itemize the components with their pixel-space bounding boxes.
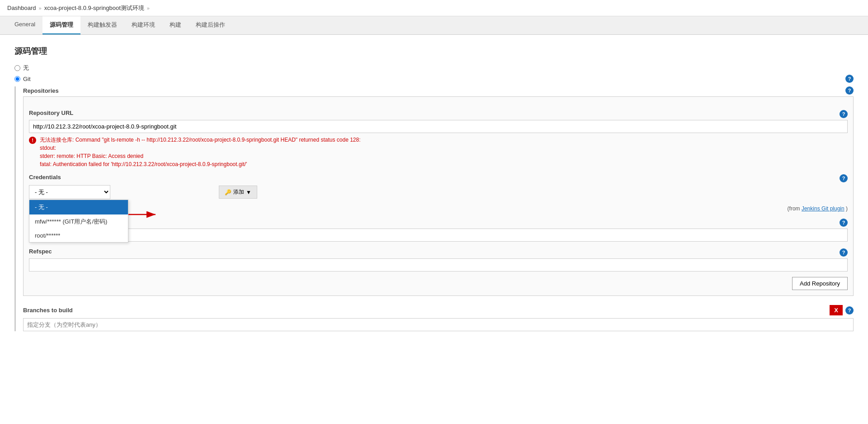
- radio-none[interactable]: [14, 65, 20, 71]
- name-field: Name ?: [29, 218, 848, 242]
- add-repository-row: Add Repository: [29, 277, 848, 290]
- repo-url-input[interactable]: [29, 120, 848, 133]
- radio-none-row: 无: [14, 64, 854, 72]
- hint-row: sources. (from Jenkins Git plugin ): [29, 203, 848, 212]
- add-credentials-btn[interactable]: 🔑 添加 ▼: [219, 186, 257, 199]
- branches-help-icon[interactable]: ?: [845, 306, 854, 314]
- name-input[interactable]: [29, 229, 848, 242]
- refspec-field: Refspec ?: [29, 248, 848, 272]
- branches-header: Branches to build X ?: [23, 305, 854, 315]
- radio-git-label: Git: [23, 76, 31, 82]
- error-icon: !: [29, 137, 36, 144]
- tabs-bar: General 源码管理 构建触发器 构建环境 构建 构建后操作: [0, 16, 868, 35]
- repositories-help-icon[interactable]: ?: [845, 86, 854, 95]
- tab-general[interactable]: General: [7, 16, 42, 34]
- breadcrumb-sep1: »: [39, 5, 42, 11]
- branches-label: Branches to build: [23, 307, 73, 314]
- jenkins-git-plugin-link[interactable]: Jenkins Git plugin: [802, 205, 844, 212]
- git-section: Repositories ? Repository URL ? ! 无法连接仓库…: [14, 86, 854, 331]
- branches-delete-btn[interactable]: X: [830, 305, 843, 315]
- git-help-icon[interactable]: ?: [845, 75, 854, 83]
- dropdown-item-none[interactable]: - 无 -: [29, 200, 128, 214]
- refspec-label: Refspec: [29, 248, 52, 255]
- repo-url-help-icon[interactable]: ?: [840, 110, 848, 118]
- breadcrumb-dashboard[interactable]: Dashboard: [7, 5, 36, 11]
- tab-build-env[interactable]: 构建环境: [124, 16, 162, 34]
- branch-input[interactable]: [23, 318, 854, 331]
- repositories-label: Repositories: [23, 87, 59, 94]
- repositories-header-row: Repositories ?: [23, 86, 854, 95]
- add-repository-btn[interactable]: Add Repository: [792, 277, 848, 290]
- name-help-icon[interactable]: ?: [840, 219, 848, 227]
- dropdown-item-mfw[interactable]: mfw/****** (GIT用户名/密码): [29, 214, 128, 229]
- radio-git[interactable]: [14, 76, 20, 82]
- credentials-select[interactable]: - 无 - mfw/****** (GIT用户名/密码) root/******: [29, 185, 110, 199]
- breadcrumb-project[interactable]: xcoa-project-8.0.9-springboot测试环境: [44, 4, 144, 12]
- credentials-help-icon[interactable]: ?: [840, 174, 848, 182]
- scm-title: 源码管理: [14, 46, 854, 57]
- credentials-section: Credentials ? - 无 - mfw/****** (GIT用户名/密…: [29, 174, 848, 212]
- credentials-dropdown: - 无 - mfw/****** (GIT用户名/密码) root/******: [29, 200, 128, 243]
- refspec-input[interactable]: [29, 258, 848, 272]
- radio-git-row: Git ?: [14, 75, 854, 83]
- breadcrumb-sep2: »: [147, 5, 150, 11]
- add-btn-label: 添加: [233, 188, 244, 196]
- key-icon: 🔑: [225, 189, 231, 195]
- hint-suffix: (from Jenkins Git plugin ): [788, 205, 848, 212]
- top-bar: Dashboard » xcoa-project-8.0.9-springboo…: [0, 0, 868, 16]
- refspec-help-icon[interactable]: ?: [840, 248, 848, 257]
- error-message: 无法连接仓库: Command "git ls-remote -h -- htt…: [40, 136, 361, 168]
- tab-scm[interactable]: 源码管理: [42, 16, 80, 34]
- tab-build[interactable]: 构建: [162, 16, 189, 34]
- dropdown-item-root[interactable]: root/******: [29, 229, 128, 242]
- credentials-label: Credentials: [29, 174, 61, 181]
- radio-none-label: 无: [23, 64, 29, 72]
- error-block: ! 无法连接仓库: Command "git ls-remote -h -- h…: [29, 136, 848, 168]
- repo-box: Repository URL ? ! 无法连接仓库: Command "git …: [23, 96, 854, 296]
- main-content: 源码管理 无 Git ? Repositories ? Repository U…: [0, 35, 868, 424]
- repo-url-field: Repository URL ?: [29, 110, 848, 133]
- add-dropdown-icon: ▼: [246, 189, 251, 195]
- tab-post-build[interactable]: 构建后操作: [189, 16, 232, 34]
- branches-section: Branches to build X ?: [23, 305, 854, 331]
- credentials-row: - 无 - mfw/****** (GIT用户名/密码) root/******…: [29, 185, 848, 199]
- repo-url-label: Repository URL: [29, 110, 73, 116]
- tab-build-triggers[interactable]: 构建触发器: [80, 16, 124, 34]
